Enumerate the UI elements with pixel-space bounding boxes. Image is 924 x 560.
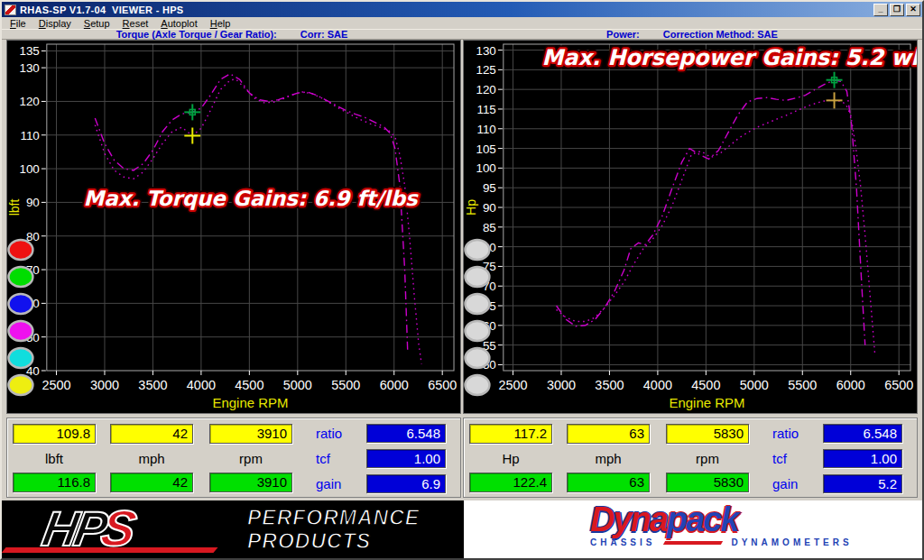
baseline-rpm-value: 3910	[209, 424, 292, 444]
speed-unit-label: mph	[110, 451, 193, 466]
rpm-unit-label: rpm	[209, 451, 292, 466]
power-caption: Power: Correction Method: SAE	[462, 30, 922, 39]
gain-value: 5.2	[823, 474, 902, 493]
hps-performance-text: PERFORMANCE	[247, 506, 420, 529]
modified-rpm-value: 5830	[666, 473, 749, 492]
minimize-button[interactable]: _	[873, 4, 888, 16]
menu-reset[interactable]: Reset	[116, 18, 155, 29]
run-color-button-6[interactable]	[8, 375, 32, 395]
window-controls: _ ❐ ✕	[873, 4, 920, 16]
svg-text:6500: 6500	[884, 378, 913, 392]
power-chart-panel[interactable]: 5055606570758085909510010511011512012513…	[463, 40, 918, 414]
modified-rpm-value: 3910	[209, 473, 292, 492]
run-color-button-4[interactable]	[465, 321, 489, 341]
gain-value: 6.9	[366, 474, 446, 493]
svg-text:120: 120	[476, 83, 495, 96]
hps-logo-text: PERFORMANCE PRODUCTS	[247, 506, 420, 553]
dynapack-red-bar	[663, 541, 723, 545]
modified-hp-value: 122.4	[469, 473, 552, 492]
dynapack-subtitle: CHASSIS DYNAMOMETERS	[590, 537, 922, 547]
svg-text:4000: 4000	[643, 378, 672, 392]
run-color-button-3[interactable]	[465, 294, 489, 314]
gain-label: gain	[772, 476, 798, 491]
rpm-unit-label: rpm	[666, 451, 749, 466]
menu-help[interactable]: Help	[204, 18, 237, 29]
hps-logo-area: HPS PERFORMANCE PRODUCTS	[2, 500, 464, 558]
power-readout-panel: 117.2 63 5830 Hp mph rpm 122.4 63 5830 r…	[463, 418, 918, 498]
dynapack-dynamometers-text: DYNAMOMETERS	[731, 537, 852, 547]
dynapack-pack-text: pack	[667, 500, 738, 538]
speed-unit-label: mph	[567, 451, 650, 466]
svg-text:90: 90	[483, 201, 496, 215]
svg-text:6000: 6000	[836, 378, 865, 392]
run-color-button-1[interactable]	[8, 240, 32, 260]
run-color-button-1[interactable]	[465, 240, 489, 260]
svg-text:Engine RPM: Engine RPM	[669, 395, 744, 410]
svg-text:3500: 3500	[138, 378, 167, 392]
ratio-value: 6.548	[823, 424, 902, 443]
torque-readout-panel: 109.8 42 3910 lbft mph rpm 116.8 42 3910…	[6, 418, 461, 498]
dynapack-logo-area: Dynapack CHASSIS DYNAMOMETERS	[464, 500, 922, 558]
modified-mph-value: 63	[567, 473, 650, 492]
svg-text:105: 105	[476, 142, 495, 156]
svg-text:110: 110	[20, 129, 39, 142]
torque-unit-label: lbft	[13, 451, 96, 466]
run-color-button-3[interactable]	[8, 294, 32, 314]
svg-text:4000: 4000	[187, 378, 216, 392]
svg-text:6500: 6500	[428, 378, 457, 392]
modified-lbft-value: 116.8	[13, 473, 96, 492]
svg-text:4500: 4500	[235, 378, 263, 392]
torque-correction-label: Corr: SAE	[300, 29, 348, 40]
window-title: RHAS-SP V1.7-04 VIEWER - HPS	[20, 5, 184, 15]
svg-text:Hp: Hp	[464, 199, 478, 216]
ratio-value: 6.548	[366, 424, 446, 443]
torque-chart-panel[interactable]: 4050607080901001101201301352500300035004…	[6, 40, 461, 414]
baseline-rpm-value: 5830	[666, 424, 749, 444]
svg-text:5000: 5000	[740, 378, 769, 392]
dynapack-logo: Dynapack CHASSIS DYNAMOMETERS	[590, 502, 922, 547]
dynapack-chassis-text: CHASSIS	[590, 537, 655, 547]
power-correction-label: Correction Method: SAE	[663, 29, 778, 40]
power-caption-label: Power:	[606, 29, 640, 40]
run-color-button-2[interactable]	[8, 267, 32, 287]
svg-text:100: 100	[476, 161, 495, 175]
svg-text:85: 85	[483, 221, 496, 234]
run-color-button-5[interactable]	[8, 348, 32, 368]
run-color-button-6[interactable]	[465, 375, 489, 395]
ratio-label: ratio	[316, 426, 342, 441]
menu-file[interactable]: File	[4, 18, 32, 29]
svg-text:lbft: lbft	[7, 199, 22, 216]
svg-text:3000: 3000	[547, 378, 576, 392]
menu-setup[interactable]: Setup	[78, 18, 116, 29]
title-bar[interactable]: RHAS-SP V1.7-04 VIEWER - HPS _ ❐ ✕	[2, 2, 922, 17]
run-color-button-4[interactable]	[8, 321, 32, 341]
baseline-lbft-value: 109.8	[13, 424, 96, 444]
svg-text:5500: 5500	[788, 378, 817, 392]
svg-text:4500: 4500	[691, 378, 720, 392]
torque-caption: Torque (Axle Torque / Gear Ratio): Corr:…	[2, 30, 462, 39]
svg-text:120: 120	[19, 95, 39, 108]
tcf-value: 1.00	[366, 449, 446, 468]
baseline-hp-value: 117.2	[469, 424, 552, 444]
dynapack-dyna-text: Dyna	[590, 500, 667, 538]
gain-label: gain	[316, 476, 341, 491]
svg-text:130: 130	[476, 44, 495, 58]
close-button[interactable]: ✕	[906, 4, 920, 16]
tcf-value: 1.00	[823, 449, 902, 468]
run-color-button-2[interactable]	[465, 267, 489, 287]
svg-text:115: 115	[476, 103, 495, 116]
restore-button[interactable]: ❐	[890, 4, 904, 16]
run-color-button-5[interactable]	[465, 348, 489, 368]
menu-autoplot[interactable]: Autoplot	[154, 18, 203, 29]
svg-text:Max. Torque Gains: 6.9 ft/lbs: Max. Torque Gains: 6.9 ft/lbs	[83, 187, 419, 210]
ratio-label: ratio	[772, 426, 799, 441]
svg-text:2500: 2500	[498, 378, 527, 392]
hps-products-text: PRODUCTS	[247, 529, 420, 553]
svg-text:3000: 3000	[90, 378, 119, 392]
dynapack-wordmark: Dynapack	[590, 502, 922, 537]
svg-text:130: 130	[19, 61, 39, 75]
svg-text:95: 95	[483, 181, 496, 195]
svg-text:6000: 6000	[380, 378, 409, 392]
charts-row: 4050607080901001101201301352500300035004…	[2, 40, 922, 414]
menu-display[interactable]: Display	[32, 18, 78, 29]
